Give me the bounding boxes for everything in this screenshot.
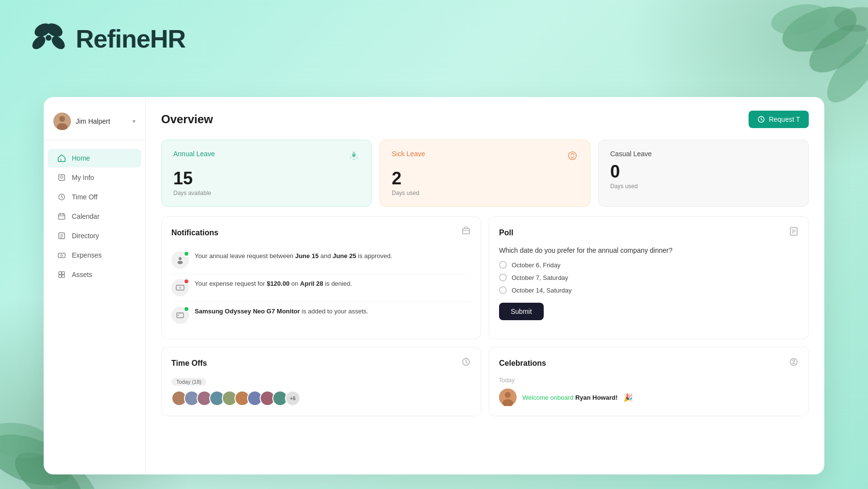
sidebar: Jim Halpert ▾ Home — [44, 97, 146, 474]
sidebar-item-timeoff-label: Time Off — [72, 193, 98, 201]
clock-request-icon — [757, 115, 765, 123]
notification-item-3: Samsung Odyssey Neo G7 Monitor is added … — [171, 302, 471, 329]
leave-cards-row: Annual Leave 15 Days available — [161, 140, 809, 207]
bottom-grid: Time Offs Today (18) — [161, 347, 809, 416]
main-container: Jim Halpert ▾ Home — [44, 97, 824, 474]
sidebar-item-assets-label: Assets — [72, 271, 92, 278]
radio-3[interactable] — [499, 286, 507, 294]
svg-rect-17 — [60, 159, 62, 161]
notif-badge-1 — [184, 251, 189, 257]
avatar-more: +6 — [285, 391, 300, 406]
svg-point-38 — [571, 156, 572, 157]
annual-leave-count: 15 — [173, 168, 360, 189]
celebration-avatar — [499, 389, 517, 406]
celebrations-title: Celebrations — [499, 359, 546, 368]
svg-point-13 — [46, 35, 51, 41]
celebration-person: Ryan Howard! — [575, 394, 618, 401]
avatar — [53, 113, 71, 130]
notifications-title: Notifications — [171, 228, 218, 237]
svg-rect-30 — [59, 272, 62, 275]
notifications-header: Notifications — [171, 227, 471, 239]
sick-leave-header: Sick Leave — [392, 150, 578, 164]
sidebar-nav: Home My Info Time Off — [44, 148, 145, 285]
svg-point-29 — [61, 255, 63, 257]
poll-submit-button[interactable]: Submit — [499, 303, 544, 320]
annual-leave-icon — [348, 150, 360, 164]
svg-point-15 — [59, 116, 65, 122]
notif-icon-2 — [171, 279, 189, 296]
radio-2[interactable] — [499, 274, 507, 281]
timeoffs-icon — [461, 357, 471, 369]
casual-leave-title: Casual Leave — [610, 150, 652, 158]
poll-option-1[interactable]: October 6, Friday — [499, 261, 799, 269]
svg-point-56 — [505, 392, 511, 398]
sidebar-item-directory-label: Directory — [72, 232, 99, 240]
poll-question: Which date do you prefer for the annual … — [499, 246, 799, 254]
casual-leave-header: Casual Leave — [610, 150, 797, 158]
sick-leave-count: 2 — [392, 168, 578, 189]
poll-option-1-label: October 6, Friday — [512, 261, 560, 269]
timeoff-today-badge: Today (18) — [171, 378, 206, 386]
person-icon — [57, 173, 66, 182]
svg-rect-31 — [62, 272, 65, 275]
sidebar-item-assets[interactable]: Assets — [48, 265, 141, 284]
poll-option-3[interactable]: October 14, Saturday — [499, 286, 799, 294]
sidebar-item-directory[interactable]: Directory — [48, 227, 141, 245]
app-name: RefineHR — [76, 24, 185, 53]
celebrations-header: Celebrations — [499, 357, 799, 369]
request-time-button[interactable]: Request T — [749, 111, 809, 128]
clock-icon — [57, 193, 66, 201]
logo-icon — [29, 19, 68, 58]
svg-point-35 — [352, 154, 355, 157]
poll-title: Poll — [499, 228, 513, 237]
sidebar-item-myinfo[interactable]: My Info — [48, 168, 141, 187]
poll-option-2[interactable]: October 7, Saturday — [499, 274, 799, 281]
notif-text-1: Your annual leave request between June 1… — [195, 251, 392, 261]
svg-rect-32 — [59, 275, 62, 278]
svg-point-39 — [573, 156, 574, 157]
home-icon — [57, 154, 66, 163]
notification-item-2: Your expense request for $120.00 on Apri… — [171, 274, 471, 302]
main-content: Overview Request T Annual Leave — [146, 97, 824, 474]
sick-leave-card: Sick Leave 2 Days used — [380, 140, 590, 207]
celebrations-icon — [789, 357, 799, 369]
user-profile[interactable]: Jim Halpert ▾ — [44, 109, 145, 140]
svg-point-19 — [61, 176, 63, 179]
annual-leave-label: Days available — [173, 190, 360, 196]
annual-leave-header: Annual Leave — [173, 150, 360, 164]
calendar-icon — [57, 212, 66, 221]
chevron-down-icon: ▾ — [133, 118, 135, 125]
notifications-card: Notifications — [161, 216, 481, 339]
sidebar-item-expenses[interactable]: Expenses — [48, 246, 141, 264]
middle-grid: Notifications — [161, 216, 809, 339]
poll-header: Poll — [499, 227, 799, 239]
poll-option-2-label: October 7, Saturday — [512, 274, 568, 281]
svg-point-45 — [179, 287, 181, 289]
timeoffs-card: Time Offs Today (18) — [161, 347, 481, 416]
sidebar-item-home[interactable]: Home — [48, 149, 141, 167]
expenses-icon — [57, 251, 66, 260]
sick-leave-title: Sick Leave — [392, 150, 425, 158]
directory-icon — [57, 231, 66, 240]
poll-submit-label: Submit — [511, 308, 532, 315]
poll-option-3-label: October 14, Saturday — [512, 287, 572, 294]
sidebar-item-calendar[interactable]: Calendar — [48, 207, 141, 226]
casual-leave-count: 0 — [610, 162, 797, 182]
top-bar: Overview Request T — [161, 111, 809, 128]
notif-icon-3 — [171, 307, 189, 324]
sidebar-item-timeoff[interactable]: Time Off — [48, 188, 141, 206]
sick-leave-icon — [567, 150, 578, 164]
party-icon: 🎉 — [623, 393, 633, 402]
sidebar-item-calendar-label: Calendar — [72, 212, 100, 220]
sidebar-item-home-label: Home — [72, 154, 90, 162]
user-name: Jim Halpert — [76, 117, 128, 125]
celebration-item-1: Welcome onboard Ryan Howard! 🎉 — [499, 389, 799, 406]
radio-1[interactable] — [499, 261, 507, 269]
svg-point-47 — [177, 314, 179, 316]
notif-badge-3 — [184, 306, 189, 312]
svg-rect-33 — [62, 275, 65, 278]
notif-text-2: Your expense request for $120.00 on Apri… — [195, 279, 352, 289]
request-button-label: Request T — [769, 115, 800, 123]
sidebar-item-expenses-label: Expenses — [72, 251, 101, 259]
header: RefineHR — [0, 0, 868, 68]
